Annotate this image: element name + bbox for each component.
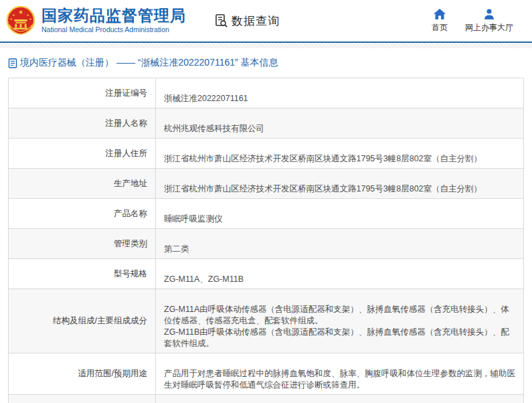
row-label: 注册证编号 <box>106 88 148 98</box>
table-row: 产品名称 睡眠呼吸监测仪 <box>9 199 524 229</box>
table-row: 生产地址 浙江省杭州市萧山区经济技术开发区桥南区块通文路1795号3幢8层802… <box>9 169 524 199</box>
table-row: 产品储存条件及有效期 / <box>9 395 524 403</box>
row-value: 浙江省杭州市萧山区经济技术开发区桥南区块通文路1795号3幢8层802室（自主分… <box>164 154 482 163</box>
document-icon <box>8 58 17 68</box>
home-icon <box>433 8 446 20</box>
row-label: 注册人名称 <box>106 118 148 128</box>
row-label: 生产地址 <box>114 179 147 188</box>
row-value: 杭州兆观传感科技有限公司 <box>164 124 264 133</box>
table-row: 管理类别 第二类 <box>9 229 524 259</box>
row-label: 适用范围/预期用途 <box>78 369 147 378</box>
row-label: 注册人住所 <box>106 149 148 158</box>
header-strip <box>0 43 532 48</box>
row-label: 结构及组成/主要组成成分 <box>53 316 147 325</box>
row-value: ZG-M11A、ZG-M11B <box>164 274 244 284</box>
site-title-block: 国家药品监督管理局 National Medical Products Admi… <box>41 7 186 34</box>
table-row: 适用范围/预期用途 产品用于对患者睡眠过程中的脉搏血氧饱和度、脉率、胸腹呼吸和体… <box>9 353 524 395</box>
row-value: ZG-M11A由呼吸体动传感器（含电源适配器和支架）、脉搏血氧传感器（含充电转接… <box>164 305 509 348</box>
nav-item-label: 首页 <box>432 22 448 33</box>
user-icon <box>482 8 496 20</box>
data-query-label: 数据查询 <box>232 13 280 29</box>
svg-text:★: ★ <box>29 17 31 21</box>
row-value: 第二类 <box>164 244 189 254</box>
table-row: 注册人名称 杭州兆观传感科技有限公司 <box>9 108 524 139</box>
nmpa-emblem-logo: ★ ★ ★ ★ ★ <box>5 5 36 36</box>
nav-item-home[interactable]: 首页 <box>432 8 448 33</box>
svg-text:★: ★ <box>18 9 23 15</box>
svg-text:★: ★ <box>26 13 29 17</box>
svg-text:★: ★ <box>9 17 12 21</box>
table-row: 注册证编号 浙械注准20222071161 <box>9 78 524 108</box>
row-value: 睡眠呼吸监测仪 <box>164 214 223 224</box>
registration-info-table: 注册证编号 浙械注准20222071161 注册人名称 杭州兆观传感科技有限公司 <box>8 78 524 403</box>
svg-text:★: ★ <box>12 13 15 17</box>
site-title: 国家药品监督管理局 <box>41 7 186 24</box>
row-value: 产品用于对患者睡眠过程中的脉搏血氧饱和度、脉率、胸腹呼吸和体位生理参数的监测，辅… <box>164 369 515 390</box>
page-title: 境内医疗器械（注册） —— “浙械注准20222071161” 基本信息 <box>20 57 278 69</box>
table-row: 注册人住所 浙江省杭州市萧山区经济技术开发区桥南区块通文路1795号3幢8层80… <box>9 139 524 169</box>
document-search-icon <box>214 13 229 28</box>
row-value: 浙械注准20222071161 <box>164 94 248 103</box>
site-subtitle: National Medical Products Administration <box>41 26 186 34</box>
breadcrumb: 境内医疗器械（注册） —— “浙械注准20222071161” 基本信息 <box>0 48 532 76</box>
nav-item-label: 网上办事大厅 <box>465 22 513 33</box>
table-row: 结构及组成/主要组成成分 ZG-M11A由呼吸体动传感器（含电源适配器和支架）、… <box>9 289 524 353</box>
row-label: 产品名称 <box>114 209 147 218</box>
data-query-section[interactable]: 数据查询 <box>214 13 280 29</box>
header: ★ ★ ★ ★ ★ 国家药品监督管理局 National Medical Pro… <box>0 0 532 42</box>
header-nav: 首页 网上办事大厅 <box>432 8 513 33</box>
nav-item-service-hall[interactable]: 网上办事大厅 <box>465 8 513 33</box>
row-value: 浙江省杭州市萧山区经济技术开发区桥南区块通文路1795号3幢8层802室（自主分… <box>164 184 482 193</box>
row-label: 型号规格 <box>114 269 147 278</box>
table-row: 型号规格 ZG-M11A、ZG-M11B <box>9 259 524 289</box>
row-label: 管理类别 <box>114 239 147 248</box>
info-table-body: 注册证编号 浙械注准20222071161 注册人名称 杭州兆观传感科技有限公司 <box>9 78 524 403</box>
